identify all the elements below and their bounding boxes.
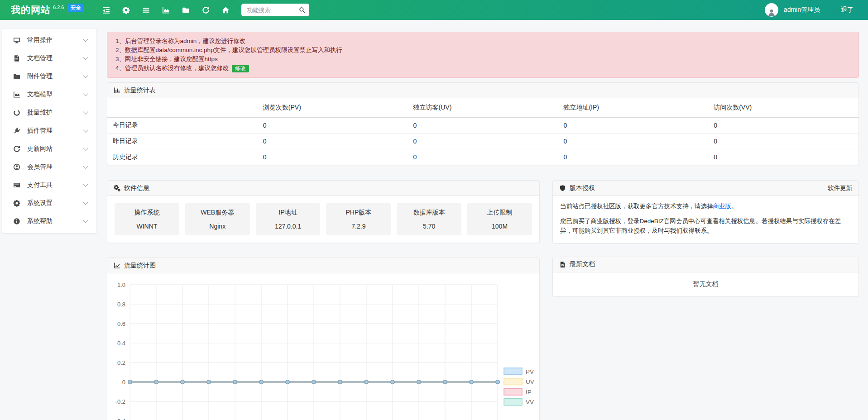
sidebar-item-payment-tools[interactable]: 支付工具 [2,176,96,194]
panel-title: 流量统计表 [124,86,156,95]
refresh-icon[interactable] [202,6,210,14]
info-card-web-server: WEB服务器Nginx [185,203,250,235]
license-header: 版本授权 软件更新 [553,181,858,196]
sidebar-item-batch-maintenance[interactable]: 批量维护 [2,104,96,122]
business-version-link[interactable]: 商业版 [713,203,732,210]
home-icon[interactable] [222,6,230,14]
chart-area-icon[interactable] [162,6,170,14]
sidebar-item-label: 支付工具 [27,181,53,189]
table-row-label: 今日记录 [107,118,258,134]
circle-notch-icon [13,109,20,116]
info-card-label: PHP版本 [328,209,389,217]
sidebar-item-member-management[interactable]: 会员管理 [2,158,96,176]
search-box [241,4,309,16]
alert-line: 1、后台管理登录名称为admin，建议您进行修改 [115,37,850,46]
sidebar-item-site-update[interactable]: 更新网站 [2,140,96,158]
menu-icon[interactable] [142,6,150,14]
sidebar-item-plugin-management[interactable]: 插件管理 [2,122,96,140]
license-body: 当前站点已授权社区版，获取更多官方技术支持，请选择商业版。 您已购买了商业版授权… [553,196,858,243]
table-cell: 0 [558,149,708,165]
folder-icon[interactable] [182,6,190,14]
latest-docs-empty: 暂无文档 [553,272,858,296]
sidebar-item-common-operations[interactable]: 常用操作 [2,31,96,49]
license-line-1: 当前站点已授权社区版，获取更多官方技术支持，请选择商业版。 [560,202,851,211]
info-card-label: 数据库版本 [398,209,460,217]
avatar[interactable] [765,3,778,17]
data-point [312,380,316,384]
sidebar-item-document-management[interactable]: 文档管理 [2,49,96,67]
sidebar-item-label: 文档模型 [27,91,53,99]
security-badge[interactable]: 安全 [67,4,84,12]
folder-icon [13,73,20,80]
legend-item-ip[interactable]: IP [504,388,532,396]
traffic-chart-panel: 流量统计图 1.00.80.60.40.20-0.2-0.4PVUVIPVV [107,258,540,420]
traffic-chart-header: 流量统计图 [107,258,539,273]
info-card-value: 100M [469,223,530,230]
license-panel: 版本授权 软件更新 当前站点已授权社区版，获取更多官方技术支持，请选择商业版。 … [552,180,859,243]
refresh-icon [13,145,20,153]
table-row: 历史记录0000 [107,149,858,165]
sidebar-item-document-models[interactable]: 文档模型 [2,86,96,104]
file-word-icon [559,261,566,268]
info-card-php-version: PHP版本7.2.9 [326,203,391,235]
navbar-user-area: admin管理员 退了 [765,3,854,17]
chevron-down-icon [83,55,88,60]
data-point [128,380,132,384]
info-card-value: 7.2.9 [328,223,389,230]
data-point [259,380,263,384]
license-text: 当前站点已授权社区版，获取更多官方技术支持，请选择 [560,203,713,210]
info-card-os: 操作系统WINNT [115,203,179,235]
chevron-down-icon [83,181,88,186]
chart-area-icon [13,91,20,98]
modify-button[interactable]: 修改 [232,65,249,72]
info-card-db-version: 数据库版本5.70 [397,203,461,235]
alert-line: 3、网址非安全链接，建议您配置https [115,55,850,64]
legend-item-pv[interactable]: PV [504,368,534,375]
data-point [443,380,447,384]
traffic-chart: 1.00.80.60.40.20-0.2-0.4PVUVIPVV [107,273,539,420]
chevron-down-icon [83,200,88,205]
software-info-panel: 软件信息 操作系统WINNTWEB服务器NginxIP地址127.0.0.1PH… [107,180,540,243]
user-name[interactable]: admin管理员 [784,6,820,14]
brand: 我的网站 6.2.6 安全 [11,4,84,16]
alert-line: 2、数据库配置data/common.inc.php文件，建议您以管理员权限设置… [115,46,850,55]
data-point [496,380,499,384]
site-title[interactable]: 我的网站 [11,4,51,16]
table-row-label: 昨日记录 [107,134,258,149]
collapse-sidebar-icon[interactable] [102,6,110,14]
legend-item-vv[interactable]: VV [504,399,534,406]
person-icon [767,8,776,17]
table-cell: 0 [708,118,858,134]
traffic-table-panel: 流量统计表 浏览次数(PV)独立访客(UV)独立地址(IP)访问次数(VV)今日… [107,82,859,165]
info-card-value: 127.0.0.1 [258,223,319,230]
legend-item-uv[interactable]: UV [504,378,534,386]
table-cell: 0 [408,149,558,165]
data-point [286,380,289,384]
search-icon[interactable] [299,7,305,13]
bar-chart-icon [114,87,120,94]
chevron-down-icon [83,127,88,132]
line-chart-icon [114,262,120,269]
sidebar-item-label: 文档管理 [27,54,53,62]
user-circle-icon [13,163,20,171]
panel-title: 流量统计图 [124,262,156,270]
data-point [470,380,473,384]
sidebar-item-system-help[interactable]: 系统帮助 [2,212,96,230]
gears-icon [114,185,120,191]
info-card-label: IP地址 [258,209,319,217]
info-card-value: Nginx [187,223,248,230]
table-cell: 0 [258,134,408,149]
y-tick-label: 1.0 [117,282,125,288]
sidebar-item-system-settings[interactable]: 系统设置 [2,194,96,212]
table-col-header: 浏览次数(PV) [258,98,408,118]
sidebar-item-label: 系统设置 [27,199,53,207]
top-navbar: 我的网站 6.2.6 安全 admin管理员 退了 [0,0,868,20]
sidebar-item-attachment-management[interactable]: 附件管理 [2,67,96,86]
software-update-link[interactable]: 软件更新 [828,184,852,192]
nav-icon-toolbar [102,6,230,14]
chevron-down-icon [83,109,88,114]
y-tick-label: 0.8 [117,301,125,308]
logout-link[interactable]: 退了 [841,6,854,14]
info-card-value: 5.70 [398,223,460,230]
gear-icon[interactable] [122,6,130,14]
